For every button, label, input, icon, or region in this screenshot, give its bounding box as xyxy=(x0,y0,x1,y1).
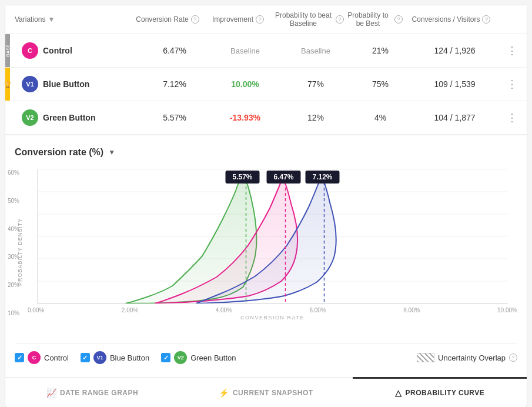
tab-date-range-label: DATE RANGE GRAPH xyxy=(60,389,138,397)
svg-text:5.57%: 5.57% xyxy=(232,173,252,181)
table-section: Variations ▼ Conversion Rate ? Improveme… xyxy=(5,5,527,134)
tab-probability-curve[interactable]: △ PROBABILITY CURVE xyxy=(353,377,527,407)
x-tick-6: 6.00% xyxy=(309,307,326,313)
chart-title-text: Conversion rate (%) xyxy=(15,147,103,158)
legend-label-v2: Green Button xyxy=(190,353,236,362)
legend-item-control: ✓ C Control xyxy=(15,351,69,364)
col-header-prob-beat: Probability to beat Baseline ? xyxy=(273,11,344,28)
row-menu-v1[interactable]: ⋮ xyxy=(500,78,517,91)
prob-beat-value-control: Baseline xyxy=(301,46,330,55)
side-badge-winner: 🏆 xyxy=(5,68,10,101)
col-header-variations: Variations ▼ xyxy=(15,15,132,24)
legend-badge-v1: V1 xyxy=(93,351,106,364)
tab-date-range[interactable]: 📈 DATE RANGE GRAPH xyxy=(5,377,179,407)
tab-probability-curve-label: PROBABILITY CURVE xyxy=(406,389,485,397)
side-badge-empty xyxy=(5,101,10,134)
x-tick-10: 10.00% xyxy=(497,307,517,313)
uncertainty-overlap: Uncertainty Overlap ? xyxy=(417,353,517,362)
x-axis: 0.00% 2.00% 4.00% 6.00% 8.00% 10.00% xyxy=(28,305,517,313)
uncertainty-info-icon[interactable]: ? xyxy=(509,353,517,362)
x-tick-0: 0.00% xyxy=(28,307,44,313)
improvement-value-control: Baseline xyxy=(230,46,260,55)
col-header-prob-best: Probability to be Best ? xyxy=(344,11,403,28)
header-conversions-label: Conversions / Visitors xyxy=(412,15,480,24)
val-improvement-v2: -13.93% xyxy=(210,113,280,122)
chart-dropdown-icon[interactable]: ▼ xyxy=(108,148,115,156)
legend-checkbox-v2[interactable]: ✓ xyxy=(161,353,170,362)
val-conversions-v2: 104 / 1,877 xyxy=(410,113,500,122)
chart-section: Conversion rate (%) ▼ PROBABILTY DENSITY… xyxy=(5,134,527,377)
variation-info-v2: V2 Green Button xyxy=(22,109,139,126)
col-header-improvement: Improvement ? xyxy=(203,15,273,24)
legend-item-v2: ✓ V2 Green Button xyxy=(161,351,236,364)
val-improvement-v1: 10.00% xyxy=(210,79,280,89)
svg-text:7.12%: 7.12% xyxy=(312,173,332,181)
prob-beat-info-icon[interactable]: ? xyxy=(336,15,344,24)
badge-control: C xyxy=(22,42,38,59)
y-tick-20: 20% xyxy=(8,282,19,288)
uncertainty-icon xyxy=(417,353,434,362)
legend-checkbox-control[interactable]: ✓ xyxy=(15,353,24,362)
row-menu-v2[interactable]: ⋮ xyxy=(500,111,517,124)
table-header: Variations ▼ Conversion Rate ? Improveme… xyxy=(5,5,527,34)
chart-title: Conversion rate (%) ▼ xyxy=(15,147,517,158)
variation-name-v2: Green Button xyxy=(43,113,95,122)
improvement-value-v1: 10.00% xyxy=(231,79,259,89)
badge-v2: V2 xyxy=(22,109,38,126)
val-conv-v1: 7.12% xyxy=(139,79,210,89)
winner-trophy-icon: 🏆 xyxy=(4,81,11,88)
val-prob-beat-v1: 77% xyxy=(280,79,351,89)
date-range-icon: 📈 xyxy=(46,388,57,398)
conv-rate-info-icon[interactable]: ? xyxy=(191,15,199,24)
bottom-tabs: 📈 DATE RANGE GRAPH ⚡ CURRENT SNAPSHOT △ … xyxy=(5,377,527,407)
legend-label-v1: Blue Button xyxy=(110,353,149,362)
uncertainty-label: Uncertainty Overlap xyxy=(438,353,506,362)
side-badge-base: BASE xyxy=(5,34,10,67)
val-conversions-v1: 109 / 1,539 xyxy=(410,79,500,89)
table-row: V2 Green Button 5.57% -13.93% 12% 4% 104… xyxy=(5,101,527,134)
legend-checkbox-v1[interactable]: ✓ xyxy=(81,353,90,362)
legend-badge-control: C xyxy=(28,351,41,364)
badge-v1: V1 xyxy=(22,76,38,92)
val-conversions-control: 124 / 1,926 xyxy=(410,46,500,55)
tab-current-snapshot[interactable]: ⚡ CURRENT SNAPSHOT xyxy=(179,377,353,407)
header-variations-label: Variations xyxy=(15,15,45,24)
chart-inner: 60% 50% 40% 30% 20% 10% xyxy=(28,169,517,334)
col-header-conversions: Conversions / Visitors ? xyxy=(403,15,500,24)
y-ticks: 60% 50% 40% 30% 20% 10% xyxy=(8,169,19,316)
col-header-conv-rate: Conversion Rate ? xyxy=(132,15,203,24)
val-conv-control: 6.47% xyxy=(139,46,210,55)
header-improvement-label: Improvement xyxy=(212,15,253,24)
conversions-info-icon[interactable]: ? xyxy=(482,15,490,24)
header-conv-rate-label: Conversion Rate xyxy=(136,15,188,24)
y-tick-10: 10% xyxy=(8,310,19,316)
table-row: 🏆 V1 Blue Button 7.12% 10.00% 77% 75% 10… xyxy=(5,68,527,101)
val-prob-beat-control: Baseline xyxy=(280,46,351,55)
variation-info-control: C Control xyxy=(22,42,139,59)
val-prob-best-v2: 4% xyxy=(351,113,410,122)
legend-label-control: Control xyxy=(44,353,69,362)
chart-wrapper: PROBABILTY DENSITY 60% 50% 40% 30% 20% 1… xyxy=(15,169,517,334)
svg-text:6.47%: 6.47% xyxy=(273,173,293,181)
chart-legend: ✓ C Control ✓ V1 Blue Button ✓ V2 Green … xyxy=(15,343,517,371)
header-prob-best-label: Probability to be Best xyxy=(344,11,392,28)
current-snapshot-icon: ⚡ xyxy=(219,388,229,398)
x-tick-8: 8.00% xyxy=(403,307,420,313)
val-prob-best-v1: 75% xyxy=(351,79,410,89)
probability-curve-icon: △ xyxy=(395,388,402,398)
probability-chart-svg: 5.57% 6.47% 7.12% xyxy=(28,169,517,305)
val-prob-best-control: 21% xyxy=(351,46,410,55)
improvement-info-icon[interactable]: ? xyxy=(256,15,264,24)
y-tick-50: 50% xyxy=(8,198,19,204)
val-improvement-control: Baseline xyxy=(210,46,280,55)
legend-badge-v2: V2 xyxy=(174,351,187,364)
val-prob-beat-v2: 12% xyxy=(280,113,351,122)
variation-name-control: Control xyxy=(43,46,72,55)
x-tick-2: 2.00% xyxy=(122,307,138,313)
main-container: Variations ▼ Conversion Rate ? Improveme… xyxy=(5,5,527,407)
filter-icon[interactable]: ▼ xyxy=(48,15,55,24)
val-conv-v2: 5.57% xyxy=(139,113,210,122)
prob-best-info-icon[interactable]: ? xyxy=(394,15,403,24)
row-menu-control[interactable]: ⋮ xyxy=(500,44,517,57)
variation-info-v1: V1 Blue Button xyxy=(22,76,139,92)
